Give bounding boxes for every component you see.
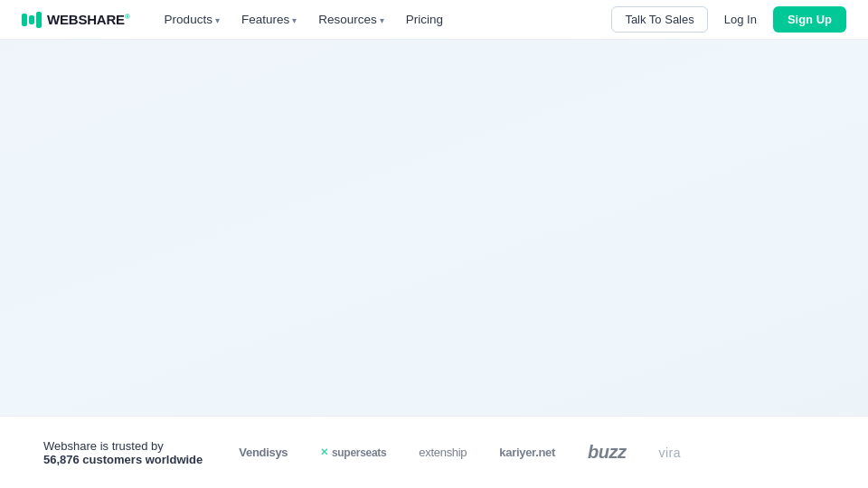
logo-icon [22,12,42,28]
logo-text: WEBSHARE® [47,12,130,27]
trust-logo-kariyer: kariyer.net [499,446,555,459]
signup-button[interactable]: Sign Up [773,6,846,33]
logo[interactable]: WEBSHARE® [22,12,130,28]
trust-logo-extenship: extenship [419,446,467,459]
talk-to-sales-button[interactable]: Talk To Sales [611,6,707,33]
logo-bar-1 [22,14,27,26]
nav-products[interactable]: Products ▾ [156,7,229,32]
trust-text: Webshare is trusted by 56,876 customers … [43,439,203,466]
navbar: WEBSHARE® Products ▾ Features ▾ Resource… [0,0,868,40]
logo-bar-2 [29,15,34,24]
trust-logo-superseats: ✕ superseats [320,446,386,459]
main-content [0,40,868,416]
nav-features[interactable]: Features ▾ [232,7,306,32]
trust-logo-buzz: buzz [588,442,626,463]
logo-bar-3 [36,12,42,28]
nav-resources[interactable]: Resources ▾ [309,7,393,32]
nav-actions: Talk To Sales Log In Sign Up [611,6,846,33]
nav-links: Products ▾ Features ▾ Resources ▾ Pricin… [156,7,612,32]
trust-bar: Webshare is trusted by 56,876 customers … [0,416,868,488]
chevron-down-icon: ▾ [215,15,220,25]
login-button[interactable]: Log In [715,7,766,32]
chevron-down-icon: ▾ [292,15,297,25]
chevron-down-icon: ▾ [380,15,384,25]
trust-logo-vendisys: Vendisys [239,446,288,459]
nav-pricing[interactable]: Pricing [397,7,452,32]
trust-logos: Vendisys ✕ superseats extenship kariyer.… [239,442,825,463]
trust-logo-vira: vira [658,446,681,460]
